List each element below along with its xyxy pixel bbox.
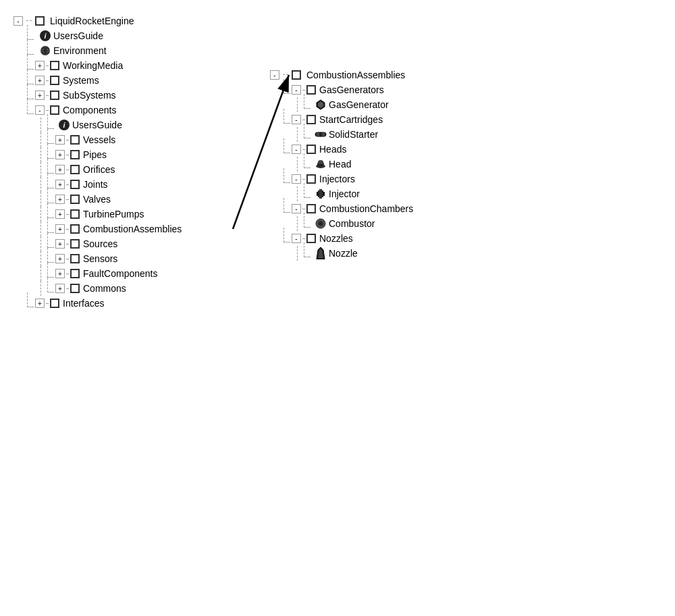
right-tree: - CombustionAssemblies - GasGenerators (270, 68, 526, 311)
svg-point-9 (318, 160, 323, 164)
square-icon (49, 297, 61, 309)
node-label: Nozzle (329, 248, 358, 259)
expander-root[interactable]: - (14, 16, 23, 26)
tree-container: - LiquidRocketEngine i UsersGuide (14, 14, 662, 311)
expander[interactable]: + (35, 299, 45, 308)
tree-row: Nozzle (270, 246, 526, 261)
node-label: Interfaces (63, 298, 104, 309)
expander-combustion[interactable]: - (270, 70, 279, 80)
tree-row: + Interfaces (14, 296, 230, 311)
svg-rect-6 (319, 134, 322, 135)
left-tree: - LiquidRocketEngine i UsersGuide (14, 14, 230, 311)
nozzle-icon (315, 247, 327, 259)
svg-point-15 (319, 222, 322, 225)
